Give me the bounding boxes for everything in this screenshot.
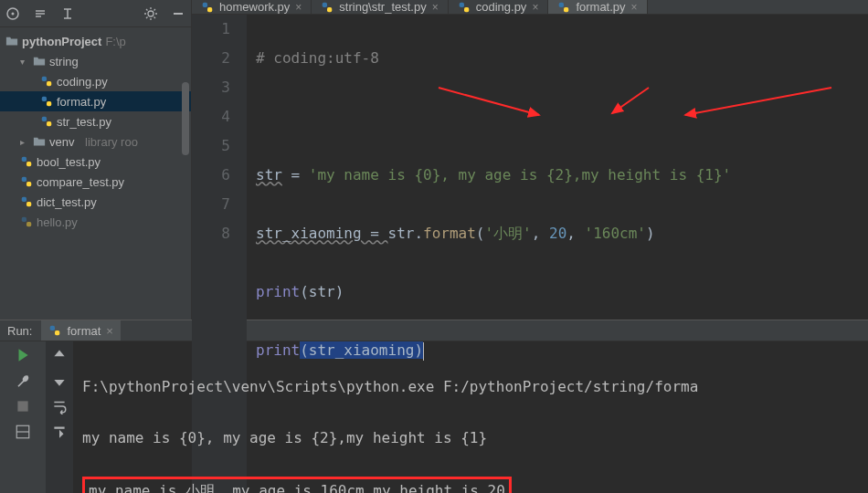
- code-line: # coding:utf-8: [256, 44, 868, 73]
- up-icon[interactable]: [51, 347, 68, 363]
- svg-rect-10: [26, 162, 31, 166]
- gear-icon[interactable]: [143, 6, 158, 21]
- python-file-icon: [20, 215, 33, 228]
- python-file-icon: [20, 175, 33, 188]
- tree-file-dicttest[interactable]: dict_test.py: [0, 192, 191, 212]
- svg-rect-3: [42, 77, 47, 81]
- scroll-end-icon[interactable]: [51, 424, 68, 440]
- line-number: 2: [192, 44, 230, 73]
- code-line: str = 'my name is {0}, my age is {2},my …: [256, 161, 868, 190]
- file-label: str_test.py: [57, 115, 111, 129]
- close-icon[interactable]: ×: [106, 324, 113, 338]
- file-label: bool_test.py: [37, 155, 101, 169]
- tree-folder-string[interactable]: ▾ string: [0, 51, 191, 71]
- highlighted-output: my name is 小明, my age is 160cm,my height…: [82, 477, 512, 493]
- close-icon[interactable]: ×: [295, 1, 302, 14]
- folder-label: venv: [49, 135, 74, 149]
- python-file-icon: [40, 95, 53, 108]
- python-file-icon: [201, 1, 214, 14]
- svg-rect-19: [323, 2, 327, 6]
- scrollbar-thumb[interactable]: [182, 82, 189, 155]
- expand-icon[interactable]: [33, 6, 48, 21]
- code-line: [256, 102, 868, 131]
- minimize-icon[interactable]: [171, 6, 185, 21]
- tree-file-hello[interactable]: hello.py: [0, 212, 191, 232]
- svg-rect-9: [22, 157, 26, 162]
- svg-rect-21: [459, 2, 463, 6]
- tree-file-coding[interactable]: coding.py: [0, 71, 191, 91]
- svg-rect-13: [22, 197, 26, 202]
- root-label: pythonProject: [22, 35, 101, 48]
- file-label: coding.py: [57, 75, 108, 89]
- python-file-icon: [20, 155, 33, 168]
- svg-rect-24: [564, 7, 568, 12]
- python-file-icon: [48, 324, 61, 337]
- tree-file-comparetest[interactable]: compare_test.py: [0, 172, 191, 192]
- tab-label: homework.py: [219, 0, 290, 14]
- line-number: 8: [192, 219, 230, 248]
- output-line: F:\pythonProject\venv\Scripts\python.exe…: [82, 374, 859, 400]
- softwrap-icon[interactable]: [51, 398, 68, 414]
- svg-rect-14: [26, 202, 31, 206]
- folder-icon: [5, 35, 18, 47]
- run-gutter-primary: [0, 341, 46, 493]
- project-sidebar: pythonProject F:\p ▾ string coding.py fo…: [0, 0, 192, 320]
- python-file-icon: [40, 115, 53, 128]
- svg-rect-8: [47, 121, 51, 126]
- tree-folder-venv[interactable]: ▸ venv library roo: [0, 131, 191, 152]
- file-label: hello.py: [37, 215, 78, 229]
- svg-rect-12: [26, 182, 31, 186]
- svg-rect-30: [17, 401, 27, 411]
- collapse-icon[interactable]: [60, 6, 75, 21]
- line-number: 5: [192, 131, 230, 161]
- tree-file-strtest[interactable]: str_test.py: [0, 111, 191, 131]
- line-number: 3: [192, 73, 230, 102]
- chevron-down-icon[interactable]: ▾: [20, 57, 29, 67]
- layout-icon[interactable]: [15, 424, 31, 440]
- svg-rect-28: [50, 326, 55, 330]
- file-label: dict_test.py: [37, 195, 97, 209]
- folder-icon: [33, 135, 46, 148]
- editor-area: homework.py × string\str_test.py × codin…: [192, 0, 868, 320]
- tab-label: string\str_test.py: [339, 0, 426, 14]
- svg-rect-23: [559, 2, 564, 6]
- svg-rect-6: [47, 101, 51, 106]
- rerun-icon[interactable]: [15, 347, 31, 363]
- file-label: compare_test.py: [37, 175, 124, 189]
- chevron-right-icon[interactable]: ▸: [20, 137, 29, 147]
- run-tab-label: format: [67, 324, 101, 338]
- run-output[interactable]: F:\pythonProject\venv\Scripts\python.exe…: [73, 341, 868, 493]
- tab-coding[interactable]: coding.py ×: [449, 0, 549, 14]
- run-tab[interactable]: format ×: [41, 320, 120, 341]
- stop-icon[interactable]: [15, 398, 31, 414]
- line-number: 7: [192, 190, 230, 219]
- tab-label: format.py: [576, 0, 625, 14]
- close-icon[interactable]: ×: [432, 1, 439, 14]
- tree-file-booltest[interactable]: bool_test.py: [0, 152, 191, 172]
- svg-rect-18: [207, 7, 212, 12]
- wrench-icon[interactable]: [15, 372, 31, 389]
- run-gutter-secondary: [46, 341, 73, 493]
- target-icon[interactable]: [5, 6, 20, 21]
- python-file-icon: [20, 195, 33, 208]
- down-icon[interactable]: [51, 372, 68, 389]
- tree-file-format[interactable]: format.py: [0, 91, 191, 111]
- close-icon[interactable]: ×: [532, 1, 538, 14]
- svg-point-1: [12, 12, 15, 15]
- svg-rect-5: [42, 97, 47, 101]
- svg-rect-17: [203, 2, 207, 6]
- tab-format[interactable]: format.py ×: [548, 0, 647, 14]
- svg-rect-20: [327, 7, 332, 12]
- folder-hint: library roo: [85, 135, 138, 149]
- close-icon[interactable]: ×: [631, 1, 638, 14]
- svg-rect-11: [22, 177, 26, 182]
- tree-root[interactable]: pythonProject F:\p: [0, 31, 191, 51]
- svg-point-2: [148, 11, 153, 16]
- python-file-icon: [40, 75, 53, 88]
- project-tree[interactable]: pythonProject F:\p ▾ string coding.py fo…: [0, 27, 191, 320]
- svg-rect-16: [26, 222, 31, 226]
- line-number: 1: [192, 15, 230, 44]
- code-line: print(str): [256, 278, 868, 307]
- tab-homework[interactable]: homework.py ×: [192, 0, 312, 14]
- tab-strtest[interactable]: string\str_test.py ×: [312, 0, 448, 14]
